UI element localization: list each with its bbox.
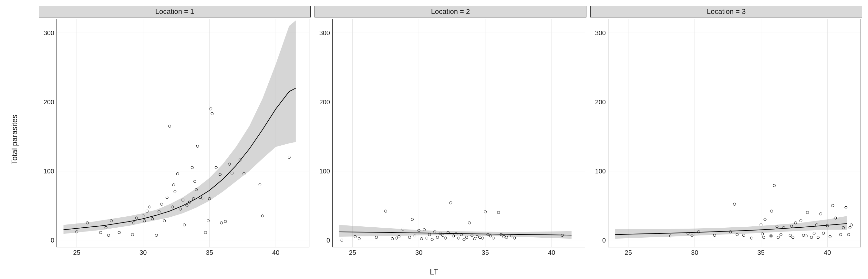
svg-point-42 [196, 145, 199, 148]
svg-point-136 [761, 232, 764, 235]
svg-point-133 [742, 234, 745, 237]
svg-point-151 [800, 220, 802, 222]
y-axis-label: Total parasites [10, 115, 19, 165]
svg-point-162 [829, 236, 831, 238]
svg-point-163 [832, 205, 834, 207]
svg-point-99 [465, 236, 468, 239]
svg-point-12 [107, 234, 110, 237]
x-tick-label: 25 [625, 249, 632, 256]
y-tick-label: 100 [319, 167, 330, 175]
svg-point-30 [173, 183, 175, 186]
svg-point-25 [160, 203, 163, 206]
svg-point-93 [450, 202, 452, 204]
svg-point-86 [431, 238, 433, 241]
svg-point-169 [848, 226, 851, 229]
svg-point-147 [789, 234, 792, 237]
svg-point-91 [444, 237, 446, 239]
facet-strip-label: Location = 3 [590, 6, 862, 18]
facet-strip-label: Location = 1 [39, 6, 311, 18]
facet-panels: Location = 1253035400100200300Location =… [39, 6, 862, 261]
svg-point-10 [99, 231, 102, 234]
svg-point-28 [168, 125, 171, 128]
svg-point-168 [847, 233, 850, 236]
x-tick-label: 30 [415, 249, 423, 256]
svg-point-46 [207, 220, 210, 222]
svg-point-26 [163, 220, 166, 222]
svg-point-96 [458, 237, 460, 239]
svg-point-84 [426, 237, 428, 239]
y-tick-label: 0 [327, 237, 330, 244]
x-tick-label: 25 [349, 249, 356, 256]
svg-point-105 [481, 237, 484, 239]
svg-point-59 [261, 215, 264, 217]
facet-panel: Location = 3253035400100200300 [590, 6, 862, 261]
svg-point-144 [777, 236, 779, 239]
svg-point-39 [191, 166, 193, 169]
svg-point-102 [473, 237, 476, 240]
x-axis-label: LT [430, 268, 438, 276]
facet-panel: Location = 1253035400100200300 [39, 6, 311, 261]
svg-point-109 [492, 237, 494, 239]
x-tick-label: 30 [691, 249, 698, 256]
svg-point-141 [771, 210, 773, 213]
svg-point-71 [358, 237, 361, 240]
x-tick-label: 30 [140, 249, 147, 256]
svg-point-53 [224, 220, 227, 223]
svg-point-82 [420, 237, 423, 240]
svg-point-76 [398, 236, 400, 238]
svg-point-98 [463, 238, 465, 241]
y-tick-label: 0 [602, 237, 606, 244]
svg-point-78 [408, 236, 411, 239]
svg-point-138 [764, 218, 766, 221]
svg-point-104 [478, 236, 481, 239]
y-tick-label: 100 [43, 167, 54, 175]
y-tick-label: 200 [595, 98, 606, 105]
svg-point-60 [288, 156, 290, 159]
svg-point-88 [436, 236, 439, 239]
plot-area: 253035400100200300 [332, 19, 585, 247]
svg-point-110 [497, 211, 500, 214]
svg-point-156 [813, 232, 815, 235]
x-tick-label: 40 [548, 249, 555, 256]
plot-area: 253035400100200300 [608, 19, 861, 247]
svg-point-170 [850, 224, 852, 226]
svg-point-131 [733, 203, 736, 206]
svg-point-35 [183, 224, 186, 226]
svg-point-72 [375, 236, 378, 239]
svg-point-79 [411, 218, 414, 221]
x-tick-label: 25 [73, 249, 81, 256]
svg-point-73 [384, 210, 387, 213]
svg-point-154 [806, 211, 809, 214]
svg-point-49 [211, 113, 213, 115]
svg-point-48 [210, 107, 212, 110]
svg-point-15 [131, 233, 134, 236]
x-tick-label: 35 [482, 249, 489, 256]
y-tick-label: 300 [43, 29, 54, 36]
x-tick-label: 35 [206, 249, 213, 256]
svg-point-32 [176, 173, 179, 175]
x-tick-label: 40 [272, 249, 279, 256]
svg-point-23 [155, 234, 158, 237]
svg-point-74 [391, 237, 394, 240]
svg-point-159 [819, 213, 822, 215]
svg-point-14 [118, 231, 120, 234]
svg-point-160 [822, 232, 825, 235]
svg-point-31 [174, 190, 176, 193]
svg-point-100 [468, 221, 470, 224]
facet-strip-label: Location = 2 [314, 6, 586, 18]
svg-point-153 [805, 235, 807, 237]
svg-point-145 [779, 233, 782, 236]
svg-point-158 [817, 236, 819, 239]
svg-point-142 [773, 184, 776, 187]
y-tick-label: 100 [595, 167, 606, 175]
y-tick-label: 300 [319, 29, 330, 36]
y-tick-label: 200 [319, 98, 330, 105]
svg-point-137 [763, 236, 765, 239]
plot-area: 253035400100200300 [57, 19, 309, 247]
y-tick-label: 300 [595, 29, 606, 36]
svg-point-20 [146, 210, 149, 213]
svg-point-149 [792, 236, 794, 239]
svg-point-152 [802, 234, 805, 237]
faceted-scatter-figure: Total parasites LT Location = 1253035400… [0, 0, 868, 279]
svg-point-52 [220, 221, 223, 224]
